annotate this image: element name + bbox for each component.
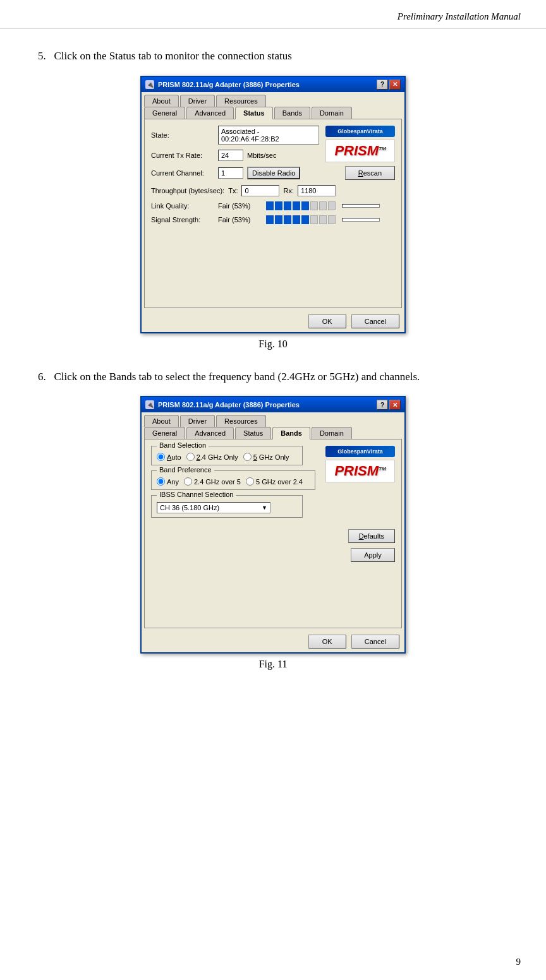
band-preference-radios: Any 2.4 GHz over 5 5 GHz over 2.4 (157, 477, 310, 486)
tab-bands[interactable]: Bands (274, 107, 310, 119)
tx-value: 0 (241, 185, 279, 196)
bar-seg-8 (328, 201, 336, 210)
radio-24ghz[interactable]: 2.4 GHz Only (186, 453, 238, 461)
txrate-label: Current Tx Rate: (151, 152, 214, 159)
cancel-button-fig11[interactable]: Cancel (351, 635, 399, 648)
ok-button-fig10[interactable]: OK (308, 314, 346, 328)
tabs-lower: General Advanced Status Bands Domain (144, 107, 402, 119)
state-label: State: (151, 131, 214, 139)
tab-general-11[interactable]: General (144, 427, 185, 439)
win-dialog-fig11: 🔌 PRISM 802.11a/g Adapter (3886) Propert… (140, 396, 406, 654)
bar-seg-7 (319, 201, 327, 210)
dialog-container-fig10: 🔌 PRISM 802.11a/g Adapter (3886) Propert… (38, 76, 508, 333)
titlebar-left: 🔌 PRISM 802.11a/g Adapter (3886) Propert… (145, 80, 300, 89)
dialog-title-11: PRISM 802.11a/g Adapter (3886) Propertie… (158, 401, 300, 409)
close-button[interactable]: ✕ (389, 80, 401, 90)
sig-seg-7 (319, 215, 327, 224)
tab-status-11[interactable]: Status (235, 427, 271, 439)
band-preference-content: Any 2.4 GHz over 5 5 GHz over 2.4 (157, 477, 310, 486)
tab-domain[interactable]: Domain (312, 107, 352, 119)
globespan-logo-11: GlobespanVirata (325, 446, 395, 457)
help-button-11[interactable]: ? (377, 400, 388, 410)
dropdown-arrow-icon: ▼ (262, 505, 267, 511)
link-quality-bar (266, 201, 336, 210)
apply-button[interactable]: Apply (351, 548, 395, 562)
cancel-button-fig10[interactable]: Cancel (351, 314, 399, 328)
tab-advanced[interactable]: Advanced (186, 107, 234, 119)
tab-driver[interactable]: Driver (180, 95, 215, 107)
bar-seg-1 (266, 201, 274, 210)
pref-any-label: Any (167, 478, 179, 486)
disable-radio-button[interactable]: Disable Radio (247, 167, 300, 179)
channel-select-value: CH 36 (5.180 GHz) (160, 504, 219, 511)
logo-area-11: GlobespanVirata PRISMTM (325, 446, 395, 482)
txrate-value: 24 (218, 150, 243, 161)
tab-advanced-11[interactable]: Advanced (186, 427, 234, 439)
rescan-button[interactable]: Rescan (345, 166, 395, 180)
link-quality-label: Link Quality: (151, 202, 214, 210)
fig10-caption: Fig. 10 (38, 338, 508, 350)
state-row: State: Associated - 00:20:A6:4F:28:B2 (151, 126, 319, 145)
radio-5ghz[interactable]: 5 GHz Only (243, 453, 289, 461)
tab-domain-11[interactable]: Domain (312, 427, 352, 439)
bar-seg-4 (293, 201, 300, 210)
channel-row: Current Channel: 1 Disable Radio Rescan (151, 166, 395, 180)
state-value: Associated - 00:20:A6:4F:28:B2 (218, 126, 319, 145)
prism-logo: PRISMTM (325, 140, 395, 162)
signal-strength-box (342, 218, 380, 222)
dialog-footer-fig10: OK Cancel (142, 311, 404, 332)
band-selection-content: Auto 2.4 GHz Only 5 GHz Only (157, 453, 297, 461)
tab-general[interactable]: General (144, 107, 185, 119)
band-preference-group: Band Preference Any 2.4 GHz over 5 (151, 470, 315, 490)
band-selection-radios: Auto 2.4 GHz Only 5 GHz Only (157, 453, 297, 461)
radio-5ghz-label: 5 GHz Only (253, 453, 289, 461)
txrate-row: Current Tx Rate: 24 Mbits/sec (151, 150, 319, 161)
signal-strength-value: Fair (53%) (218, 216, 262, 224)
dialog-icon-11: 🔌 (145, 400, 154, 409)
dialog-icon: 🔌 (145, 80, 154, 89)
tabs-upper: About Driver Resources (144, 95, 402, 107)
prism-text: PRISMTM (334, 143, 385, 158)
radio-auto[interactable]: Auto (157, 453, 181, 461)
tabs-upper-11: About Driver Resources (144, 415, 402, 427)
dialog-title: PRISM 802.11a/g Adapter (3886) Propertie… (158, 81, 300, 88)
page-header: Preliminary Installation Manual (0, 0, 546, 29)
pref-radio-any[interactable]: Any (157, 477, 179, 486)
sig-seg-5 (301, 215, 309, 224)
throughput-row: Throughput (bytes/sec): Tx: 0 Rx: 1180 (151, 185, 395, 196)
sig-seg-6 (310, 215, 318, 224)
tab-status[interactable]: Status (235, 107, 273, 119)
titlebar-buttons-11: ? ✕ (377, 400, 401, 410)
defaults-button[interactable]: Defaults (348, 529, 395, 543)
link-quality-box (342, 204, 380, 208)
txrate-unit: Mbits/sec (247, 152, 276, 159)
tab-resources[interactable]: Resources (216, 95, 266, 107)
fig11-caption: Fig. 11 (38, 659, 508, 670)
right-side-buttons: Defaults Apply (348, 529, 395, 562)
help-button[interactable]: ? (377, 80, 388, 90)
step-5: 5. Click on the Status tab to monitor th… (38, 48, 508, 350)
pref-radio-24over5[interactable]: 2.4 GHz over 5 (184, 477, 241, 486)
titlebar-buttons: ? ✕ (377, 80, 401, 90)
sig-seg-2 (275, 215, 282, 224)
ibss-group: IBSS Channel Selection CH 36 (5.180 GHz)… (151, 495, 303, 518)
dialog-content-bands: GlobespanVirata PRISMTM Band Selection (144, 439, 402, 628)
tab-driver-11[interactable]: Driver (180, 415, 215, 427)
close-button-11[interactable]: ✕ (389, 400, 401, 410)
channel-label: Current Channel: (151, 169, 214, 177)
tab-about[interactable]: About (144, 95, 179, 107)
bar-seg-6 (310, 201, 318, 210)
tab-bands-11[interactable]: Bands (272, 427, 310, 439)
pref-24over5-label: 2.4 GHz over 5 (194, 478, 241, 486)
ok-button-fig11[interactable]: OK (308, 635, 346, 648)
rx-value: 1180 (298, 185, 336, 196)
tab-resources-11[interactable]: Resources (216, 415, 266, 427)
signal-strength-label: Signal Strength: (151, 216, 214, 224)
step5-text: 5. Click on the Status tab to monitor th… (38, 48, 508, 64)
tab-about-11[interactable]: About (144, 415, 179, 427)
band-selection-group: Band Selection Auto 2.4 GHz Only (151, 446, 303, 465)
tabs-area: About Driver Resources General Advanced … (142, 92, 404, 119)
radio-24ghz-label: 2.4 GHz Only (197, 453, 238, 461)
channel-select[interactable]: CH 36 (5.180 GHz) ▼ (157, 502, 270, 513)
pref-radio-5over24[interactable]: 5 GHz over 2.4 (246, 477, 303, 486)
